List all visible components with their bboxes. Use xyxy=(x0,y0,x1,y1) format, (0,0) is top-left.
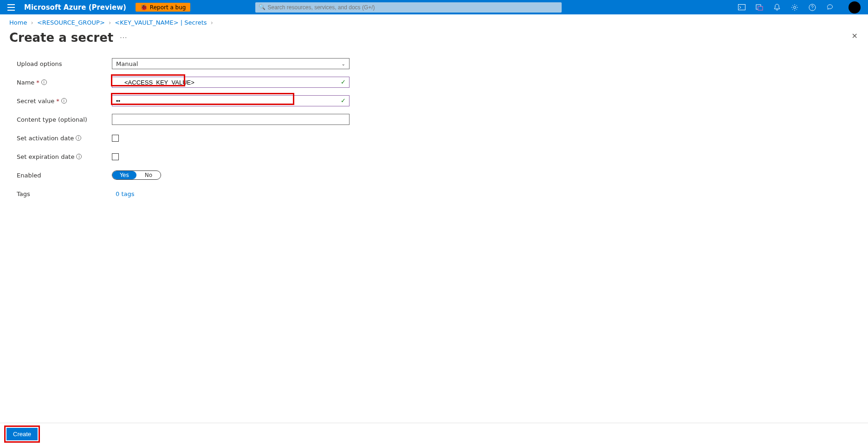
report-bug-button[interactable]: 🐞 Report a bug xyxy=(136,3,191,12)
required-indicator: * xyxy=(56,98,59,105)
name-input[interactable] xyxy=(112,77,350,88)
activation-label: Set activation date xyxy=(17,135,74,142)
secret-value-label: Secret value xyxy=(17,98,54,105)
help-icon[interactable] xyxy=(809,4,816,11)
notifications-icon[interactable] xyxy=(773,4,781,11)
report-bug-label: Report a bug xyxy=(150,4,186,11)
bug-icon: 🐞 xyxy=(140,4,148,11)
upload-options-label: Upload options xyxy=(17,60,112,67)
breadcrumb-keyvault-secrets[interactable]: <KEY_VAULT_NAME> | Secrets xyxy=(115,19,207,26)
activation-checkbox[interactable] xyxy=(112,135,119,142)
settings-icon[interactable] xyxy=(791,4,798,11)
feedback-icon[interactable] xyxy=(826,4,834,11)
svg-point-3 xyxy=(794,6,796,8)
info-icon[interactable]: i xyxy=(76,135,81,141)
page-title: Create a secret xyxy=(9,31,113,45)
name-label: Name xyxy=(17,79,34,86)
create-button[interactable]: Create xyxy=(6,428,38,440)
upload-options-value: Manual xyxy=(116,60,138,67)
info-icon[interactable]: i xyxy=(61,98,67,104)
chevron-right-icon: › xyxy=(109,19,111,26)
content-type-input[interactable] xyxy=(112,114,350,125)
enabled-label: Enabled xyxy=(17,172,112,179)
secret-value-input[interactable] xyxy=(112,95,350,106)
upload-options-select[interactable]: Manual ⌄ xyxy=(112,58,350,69)
more-actions-button[interactable]: ··· xyxy=(120,34,127,41)
breadcrumb: Home › <RESOURCE_GROUP> › <KEY_VAULT_NAM… xyxy=(0,14,868,29)
menu-toggle[interactable] xyxy=(7,4,15,11)
expiration-checkbox[interactable] xyxy=(112,153,119,160)
info-icon[interactable]: i xyxy=(41,79,47,85)
brand-label: Microsoft Azure (Preview) xyxy=(24,3,126,12)
close-blade-button[interactable]: ✕ xyxy=(852,32,858,40)
directories-icon[interactable] xyxy=(756,4,763,11)
toggle-yes: Yes xyxy=(112,171,136,179)
check-icon: ✓ xyxy=(341,97,346,104)
required-indicator: * xyxy=(36,79,39,86)
chevron-down-icon: ⌄ xyxy=(342,61,345,66)
tags-label: Tags xyxy=(17,190,112,197)
cloud-shell-icon[interactable] xyxy=(738,4,745,11)
chevron-right-icon: › xyxy=(211,19,213,26)
user-avatar[interactable] xyxy=(849,1,861,13)
search-icon: 🔍 xyxy=(259,4,266,10)
breadcrumb-home[interactable]: Home xyxy=(9,19,27,26)
toggle-no: No xyxy=(136,171,161,179)
svg-rect-2 xyxy=(758,7,763,10)
svg-rect-0 xyxy=(738,4,745,10)
chevron-right-icon: › xyxy=(31,19,33,26)
expiration-label: Set expiration date xyxy=(17,153,74,160)
content-type-label: Content type (optional) xyxy=(17,116,112,123)
breadcrumb-resource-group[interactable]: <RESOURCE_GROUP> xyxy=(37,19,105,26)
info-icon[interactable]: i xyxy=(76,154,82,159)
enabled-toggle[interactable]: Yes No xyxy=(112,170,161,180)
tags-link[interactable]: 0 tags xyxy=(116,190,135,197)
check-icon: ✓ xyxy=(341,79,346,85)
global-search-input[interactable] xyxy=(255,2,562,13)
